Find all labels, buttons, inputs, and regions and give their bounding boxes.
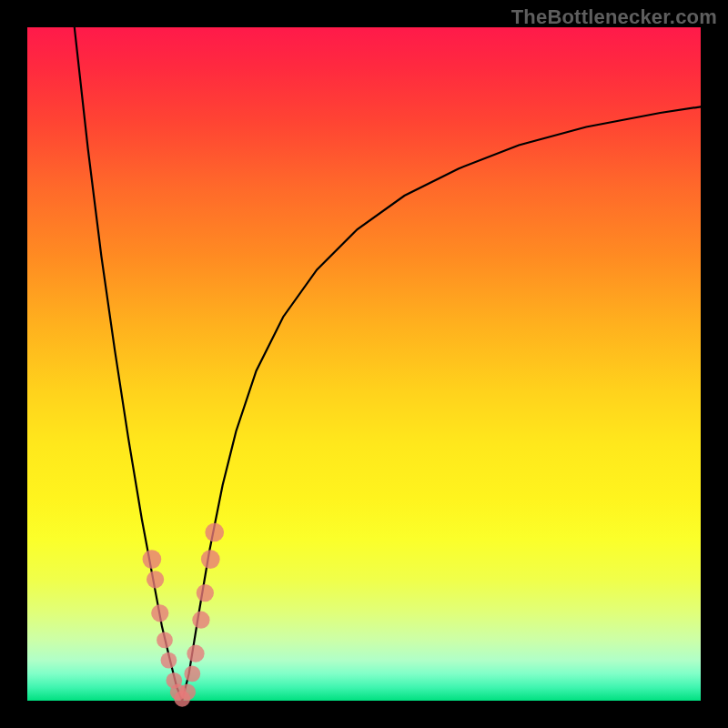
data-marker [161, 652, 177, 669]
data-marker [184, 666, 200, 682]
data-marker [151, 604, 168, 622]
chart-frame: TheBottlenecker.com [0, 0, 728, 728]
data-marker [205, 523, 224, 542]
curve-path [75, 27, 182, 701]
data-marker [187, 645, 204, 662]
curve-right-branch [182, 106, 701, 701]
curve-path [182, 106, 701, 701]
data-marker [147, 571, 164, 588]
plot-area [27, 27, 701, 701]
data-marker [192, 612, 209, 629]
data-marker [201, 550, 220, 569]
data-marker [143, 550, 162, 569]
curve-left-branch [75, 27, 182, 701]
curve-layer [27, 27, 701, 701]
data-marker [157, 632, 173, 649]
watermark-text: TheBottlenecker.com [511, 5, 717, 29]
marker-cluster [143, 523, 225, 707]
data-marker [179, 684, 196, 701]
data-marker [197, 584, 214, 602]
